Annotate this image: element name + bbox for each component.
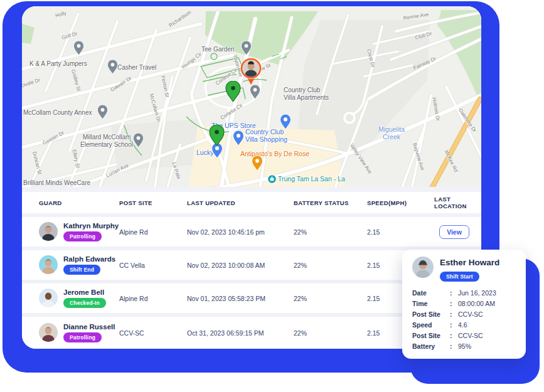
guard-detail-popup: Esther Howard Shift Start Date:Jun 16, 2… (402, 250, 526, 359)
popup-detail-row: Post Site:CCV-SC (412, 330, 517, 341)
detail-label: Post Site (412, 310, 450, 318)
detail-separator: : (450, 300, 458, 307)
detail-label: Date (412, 289, 450, 297)
avatar (39, 255, 58, 274)
battery-cell: 22% (294, 228, 367, 236)
guard-name: Dianne Russell (63, 323, 115, 331)
last-updated-cell: Oct 31, 2023 06:59:15 PM (187, 329, 294, 337)
guard-tracking-dashboard: HollyGolf DrRichardsonYoungs CirGridley … (0, 0, 544, 392)
popup-guard-name: Esther Howard (440, 258, 499, 267)
map[interactable]: HollyGolf DrRichardsonYoungs CirGridley … (22, 6, 481, 187)
popup-guard-avatar (412, 257, 434, 280)
guard-avatar (39, 222, 58, 242)
detail-value: 08:00:00 AM (458, 300, 495, 307)
popup-detail-row: Post Site:CCV-SC (412, 309, 517, 319)
detail-value: 95% (458, 342, 471, 350)
guard-name: Jerome Bell (63, 289, 106, 296)
popup-status-badge: Shift Start (440, 272, 479, 282)
detail-value: Jun 16, 2023 (458, 289, 496, 297)
popup-detail-row: Date:Jun 16, 2023 (412, 287, 517, 298)
guard-name: Ralph Edwards (63, 255, 115, 263)
detail-value: 4.6 (458, 321, 467, 329)
table-header-row: GUARDPOST SITELAST UPDATEDBATTERY STATUS… (22, 192, 481, 213)
detail-separator: : (450, 289, 458, 297)
post-site-cell: CCV-SC (119, 329, 187, 337)
popup-detail-row: Battery:95% (412, 341, 517, 351)
popup-details-list: Date:Jun 16, 2023Time:08:00:00 AMPost Si… (412, 287, 517, 351)
detail-separator: : (450, 342, 458, 350)
guard-avatar (39, 323, 58, 343)
popup-detail-row: Speed:4.6 (412, 319, 517, 330)
column-header: GUARD (39, 199, 119, 206)
antipasto-pin (252, 156, 263, 173)
post-site-cell: Alpine Rd (119, 228, 187, 236)
guard-avatar (39, 255, 58, 275)
column-header: POST SITE (119, 199, 187, 206)
speed-cell: 2.15 (367, 228, 434, 236)
table-row: Kathryn Murphy Patrolling Alpine Rd Nov … (22, 217, 481, 246)
map-pins-layer (22, 6, 481, 187)
battery-cell: 22% (294, 295, 367, 302)
column-header: BATTERY STATUS (294, 199, 367, 206)
detail-separator: : (450, 332, 458, 339)
active-guard-marker[interactable] (238, 57, 264, 88)
battery-cell: 22% (294, 262, 367, 269)
avatar (39, 289, 58, 307)
battery-cell: 22% (294, 329, 367, 337)
school-pin (133, 133, 144, 150)
detail-label: Battery (412, 342, 450, 350)
post-site-cell: CC Vella (119, 262, 187, 269)
county-annex-pin (97, 105, 108, 122)
view-button[interactable]: View (439, 225, 469, 239)
detail-separator: : (450, 310, 458, 318)
tee-garden-pin (241, 41, 252, 58)
column-header: LAST UPDATED (187, 199, 294, 206)
guard-location-pin[interactable] (209, 125, 225, 148)
column-header: LAST LOCATION (434, 196, 481, 209)
avatar (412, 257, 434, 278)
guard-name: Kathryn Murphy (63, 222, 119, 230)
detail-separator: : (450, 321, 458, 329)
avatar (39, 323, 58, 342)
guard-avatar (39, 289, 58, 309)
detail-value: CCV-SC (458, 332, 483, 339)
casher-travel-pin (107, 60, 118, 77)
detail-label: Time (412, 300, 450, 307)
guard-status-badge: Checked-In (63, 298, 106, 308)
detail-label: Post Site (412, 332, 450, 339)
column-header: SPEED(MPH) (367, 199, 434, 206)
villa-shopping-pin (233, 130, 244, 148)
post-site-cell: Alpine Rd (119, 295, 187, 302)
last-updated-cell: Nov 02, 2023 10:45:16 pm (187, 228, 294, 236)
detail-label: Speed (412, 321, 450, 329)
last-updated-cell: Nov 02, 2023 10:00:08 AM (187, 262, 294, 269)
party-jumpers-pin (73, 41, 84, 58)
detail-value: CCV-SC (458, 310, 483, 318)
avatar (39, 222, 58, 241)
last-updated-cell: Nov 01, 2023 05:58:23 PM (187, 295, 294, 302)
ups-store-pin (280, 114, 291, 132)
guard-status-badge: Patrolling (63, 231, 102, 241)
guard-status-badge: Shift End (63, 265, 100, 275)
trung-tam-icon (267, 174, 277, 186)
guard-status-badge: Patrolling (63, 332, 102, 342)
popup-detail-row: Time:08:00:00 AM (412, 298, 517, 309)
